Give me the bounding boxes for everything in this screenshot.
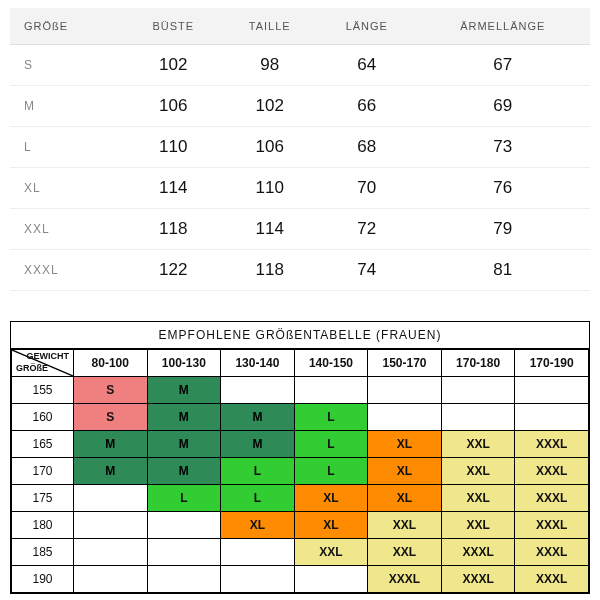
size-cell: XXL	[368, 512, 442, 539]
height-label: 190	[12, 566, 74, 593]
col-length: LÄNGE	[318, 8, 415, 45]
col-bust: BÜSTE	[125, 8, 221, 45]
height-label: 155	[12, 377, 74, 404]
cell-length: 74	[318, 250, 415, 291]
measurements-row: XL1141107076	[10, 168, 590, 209]
size-cell: XL	[368, 485, 442, 512]
height-label: 175	[12, 485, 74, 512]
cell-bust: 102	[125, 45, 221, 86]
size-cell: S	[74, 404, 148, 431]
size-cell: M	[221, 431, 295, 458]
recommend-row: 160SMML	[12, 404, 589, 431]
cell-length: 64	[318, 45, 415, 86]
cell-waist: 102	[221, 86, 318, 127]
size-cell	[221, 377, 295, 404]
height-label: 180	[12, 512, 74, 539]
recommend-title: EMPFOHLENE GRÖßENTABELLE (FRAUEN)	[11, 322, 589, 349]
cell-waist: 98	[221, 45, 318, 86]
size-cell: XXXL	[515, 566, 589, 593]
height-label: 160	[12, 404, 74, 431]
cell-waist: 106	[221, 127, 318, 168]
cell-sleeve: 69	[416, 86, 590, 127]
measurements-row: M1061026669	[10, 86, 590, 127]
recommend-row: 170MMLLXLXXLXXXL	[12, 458, 589, 485]
size-cell: XXL	[441, 512, 515, 539]
size-cell: XXXL	[515, 431, 589, 458]
cell-sleeve: 67	[416, 45, 590, 86]
height-label: 185	[12, 539, 74, 566]
size-cell	[74, 566, 148, 593]
measurements-row: L1101066873	[10, 127, 590, 168]
size-cell: S	[74, 377, 148, 404]
cell-bust: 122	[125, 250, 221, 291]
axis-weight-label: GEWICHT	[27, 352, 70, 362]
col-size: GRÖßE	[10, 8, 125, 45]
size-cell: L	[221, 458, 295, 485]
size-cell: XXXL	[441, 566, 515, 593]
size-cell: XL	[368, 431, 442, 458]
recommend-row: 155SM	[12, 377, 589, 404]
cell-size: M	[10, 86, 125, 127]
size-cell: L	[294, 458, 368, 485]
size-cell: XXL	[368, 539, 442, 566]
cell-bust: 110	[125, 127, 221, 168]
cell-sleeve: 73	[416, 127, 590, 168]
size-cell: XXL	[294, 539, 368, 566]
measurements-header-row: GRÖßE BÜSTE TAILLE LÄNGE ÄRMELLÄNGE	[10, 8, 590, 45]
size-cell	[147, 566, 221, 593]
cell-waist: 110	[221, 168, 318, 209]
size-cell: M	[147, 377, 221, 404]
size-cell	[368, 404, 442, 431]
cell-sleeve: 81	[416, 250, 590, 291]
size-cell	[221, 539, 295, 566]
size-cell: XL	[294, 485, 368, 512]
weight-header: 80-100	[74, 350, 148, 377]
measurements-row: XXL1181147279	[10, 209, 590, 250]
size-cell: XXXL	[515, 458, 589, 485]
recommend-chart: EMPFOHLENE GRÖßENTABELLE (FRAUEN) GEWICH…	[10, 321, 590, 594]
size-cell	[441, 404, 515, 431]
cell-bust: 118	[125, 209, 221, 250]
weight-header: 140-150	[294, 350, 368, 377]
size-cell: L	[221, 485, 295, 512]
size-cell: XXL	[441, 431, 515, 458]
size-cell	[294, 566, 368, 593]
col-sleeve: ÄRMELLÄNGE	[416, 8, 590, 45]
size-cell: XXL	[441, 485, 515, 512]
cell-size: S	[10, 45, 125, 86]
axis-height-label: GRÖßE	[16, 364, 48, 374]
recommend-row: 165MMMLXLXXLXXXL	[12, 431, 589, 458]
weight-header: 130-140	[221, 350, 295, 377]
size-cell: L	[294, 404, 368, 431]
cell-size: XXXL	[10, 250, 125, 291]
cell-length: 66	[318, 86, 415, 127]
cell-waist: 114	[221, 209, 318, 250]
weight-header: 100-130	[147, 350, 221, 377]
height-label: 170	[12, 458, 74, 485]
cell-waist: 118	[221, 250, 318, 291]
size-cell	[515, 404, 589, 431]
size-cell: XXXL	[515, 485, 589, 512]
size-cell: M	[147, 404, 221, 431]
size-cell: XL	[368, 458, 442, 485]
cell-size: XL	[10, 168, 125, 209]
size-cell: XXXL	[441, 539, 515, 566]
cell-sleeve: 79	[416, 209, 590, 250]
size-cell	[368, 377, 442, 404]
cell-length: 70	[318, 168, 415, 209]
size-cell: M	[74, 458, 148, 485]
measurements-table: GRÖßE BÜSTE TAILLE LÄNGE ÄRMELLÄNGE S102…	[10, 8, 590, 291]
recommend-row: 185XXLXXLXXXLXXXL	[12, 539, 589, 566]
weight-header: 170-180	[441, 350, 515, 377]
measurements-row: S102986467	[10, 45, 590, 86]
recommend-row: 180XLXLXXLXXLXXXL	[12, 512, 589, 539]
col-waist: TAILLE	[221, 8, 318, 45]
size-cell	[74, 485, 148, 512]
size-cell	[221, 566, 295, 593]
cell-bust: 106	[125, 86, 221, 127]
size-cell	[441, 377, 515, 404]
size-cell: M	[74, 431, 148, 458]
size-cell: M	[147, 458, 221, 485]
size-cell: M	[147, 431, 221, 458]
size-cell: XL	[221, 512, 295, 539]
